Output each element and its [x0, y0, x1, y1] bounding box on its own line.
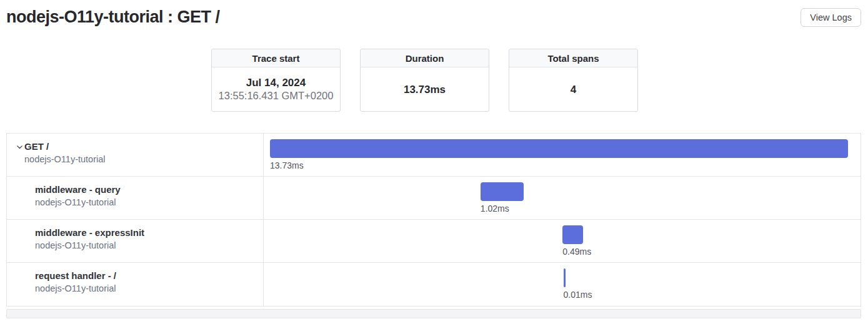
trace-row-middleware-query[interactable]: middleware - query nodejs-O11y-tutorial … — [7, 177, 861, 220]
card-duration: Duration 13.73ms — [360, 49, 489, 112]
trace-row-request-handler[interactable]: request handler - / nodejs-O11y-tutorial… — [7, 263, 861, 306]
card-duration-title: Duration — [361, 49, 489, 67]
view-logs-button[interactable]: View Logs — [801, 8, 861, 27]
span-info: middleware - query nodejs-O11y-tutorial — [7, 177, 264, 219]
span-service: nodejs-O11y-tutorial — [7, 239, 263, 252]
card-duration-body: 13.73ms — [361, 67, 489, 111]
span-timeline: 0.49ms — [264, 220, 861, 262]
span-duration-label: 1.02ms — [481, 204, 509, 214]
span-service: nodejs-O11y-tutorial — [7, 153, 263, 166]
span-timeline: 0.01ms — [264, 263, 861, 306]
trace-row-middleware-expressinit[interactable]: middleware - expressInit nodejs-O11y-tut… — [7, 220, 861, 263]
page-header: nodejs-O11y-tutorial : GET / View Logs — [0, 0, 868, 39]
span-duration-label: 0.01ms — [564, 290, 592, 300]
duration-value: 13.73ms — [404, 83, 446, 96]
span-duration-label: 13.73ms — [270, 160, 304, 170]
span-service: nodejs-O11y-tutorial — [7, 282, 263, 295]
span-name: GET / — [7, 140, 263, 153]
card-trace-start-title: Trace start — [212, 49, 340, 67]
span-name: request handler - / — [7, 270, 263, 282]
span-bar[interactable] — [270, 139, 848, 158]
span-timeline: 1.02ms — [264, 177, 861, 219]
span-name: middleware - expressInit — [7, 227, 263, 239]
span-timeline: 13.73ms — [264, 134, 861, 176]
card-total-spans-title: Total spans — [509, 49, 637, 67]
trace-start-time: 13:55:16.431 GMT+0200 — [219, 89, 334, 102]
card-trace-start-body: Jul 14, 2024 13:55:16.431 GMT+0200 — [212, 67, 340, 111]
page-title: nodejs-O11y-tutorial : GET / — [6, 5, 220, 29]
horizontal-scrollbar[interactable] — [6, 309, 861, 318]
trace-row-get-root[interactable]: GET / nodejs-O11y-tutorial 13.73ms — [7, 134, 861, 177]
span-info: middleware - expressInit nodejs-O11y-tut… — [7, 220, 264, 262]
card-trace-start: Trace start Jul 14, 2024 13:55:16.431 GM… — [211, 49, 341, 112]
span-info: GET / nodejs-O11y-tutorial — [7, 134, 264, 176]
span-bar[interactable] — [562, 225, 583, 244]
card-total-spans-body: 4 — [509, 67, 637, 111]
span-service: nodejs-O11y-tutorial — [7, 196, 263, 209]
trace-waterfall-panel: GET / nodejs-O11y-tutorial 13.73ms middl… — [6, 133, 861, 307]
span-bar[interactable] — [481, 182, 524, 201]
span-info: request handler - / nodejs-O11y-tutorial — [7, 263, 264, 306]
span-duration-label: 0.49ms — [562, 247, 591, 257]
card-total-spans: Total spans 4 — [509, 49, 638, 112]
trace-start-date: Jul 14, 2024 — [246, 76, 306, 89]
total-spans-value: 4 — [571, 83, 576, 96]
chevron-down-icon[interactable] — [14, 142, 24, 152]
summary-cards: Trace start Jul 14, 2024 13:55:16.431 GM… — [211, 49, 868, 112]
span-name: middleware - query — [7, 184, 263, 196]
span-bar[interactable] — [564, 268, 566, 287]
